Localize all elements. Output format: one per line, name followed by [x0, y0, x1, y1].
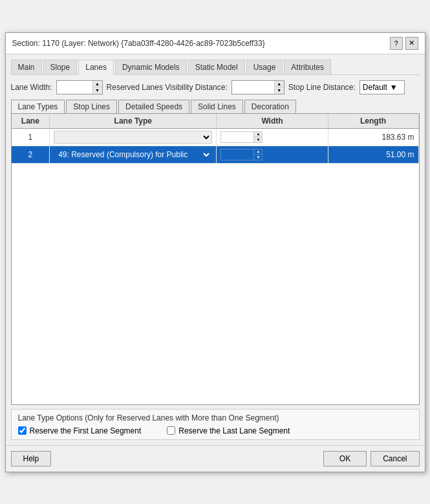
inner-tab-solid-lines[interactable]: Solid Lines: [191, 100, 243, 113]
checkbox-row: Reserve the First Lane Segment Reserve t…: [18, 426, 413, 435]
width-spinner-btns-2: ▲ ▼: [253, 149, 262, 160]
checkbox-first-segment: Reserve the First Lane Segment: [18, 426, 142, 435]
reserved-lanes-spinner-buttons: ▲ ▼: [274, 81, 284, 94]
lane-width-up[interactable]: ▲: [93, 81, 102, 87]
tab-lanes[interactable]: Lanes: [78, 60, 114, 75]
reserved-lanes-input[interactable]: 200,0 m: [232, 81, 274, 94]
lane-types-table: Lane Lane Type Width Length 1: [12, 114, 419, 164]
inner-tabs: Lane Types Stop Lines Detailed Speeds So…: [11, 100, 420, 114]
checkbox-last-segment-label: Reserve the Last Lane Segment: [178, 426, 290, 435]
bottom-options: Lane Type Options (Only for Reserved Lan…: [11, 409, 420, 440]
dialog-window: Section: 1170 (Layer: Network) {7aba03ff…: [5, 32, 425, 472]
inner-tab-detailed-speeds[interactable]: Detailed Speeds: [118, 100, 189, 113]
lane-width-label: Lane Width:: [11, 83, 52, 92]
tab-slope[interactable]: Slope: [43, 60, 78, 74]
width-spinner-btns-1: ▲ ▼: [253, 132, 262, 142]
stop-line-select[interactable]: Default ▼: [360, 80, 405, 94]
reserved-lanes-spinner[interactable]: 200,0 m ▲ ▼: [231, 80, 285, 94]
cell-length-2: 51.00 m: [328, 146, 418, 163]
title-bar: Section: 1170 (Layer: Network) {7aba03ff…: [6, 33, 425, 54]
width-up-2[interactable]: ▲: [253, 149, 262, 155]
table-row[interactable]: 1 Section Lane Width: [12, 128, 419, 146]
width-down-1[interactable]: ▼: [253, 137, 262, 142]
lane-width-down[interactable]: ▼: [93, 87, 102, 94]
lane-width-spinner-buttons: ▲ ▼: [92, 81, 102, 94]
lane-types-table-container: Lane Lane Type Width Length 1: [11, 114, 420, 405]
lane-type-dropdown-1[interactable]: [54, 131, 212, 144]
lane-type-select-wrapper-2: 49: Reserved (Compulsory) for Public: [54, 148, 212, 161]
cancel-button[interactable]: Cancel: [371, 451, 419, 466]
cell-lane-1: 1: [12, 128, 50, 146]
header-lane-type: Lane Type: [50, 114, 217, 129]
title-bar-text: Section: 1170 (Layer: Network) {7aba03ff…: [12, 39, 265, 48]
stop-line-arrow: ▼: [390, 83, 402, 92]
tab-usage[interactable]: Usage: [246, 60, 283, 74]
lane-type-dropdown-2[interactable]: 49: Reserved (Compulsory) for Public: [54, 148, 212, 161]
checkbox-first-segment-label: Reserve the First Lane Segment: [30, 426, 142, 435]
inner-tab-decoration[interactable]: Decoration: [244, 100, 296, 113]
cell-lane-type-1[interactable]: [50, 128, 217, 146]
width-cell-wrapper-1: Section Lane Width ▲ ▼: [220, 131, 323, 143]
main-tabs: Main Slope Lanes Dynamic Models Static M…: [11, 60, 420, 75]
width-spinner-1[interactable]: Section Lane Width ▲ ▼: [220, 131, 263, 143]
reserved-lanes-down[interactable]: ▼: [275, 87, 284, 94]
inner-tab-stop-lines[interactable]: Stop Lines: [66, 100, 117, 113]
width-spinner-2[interactable]: 4,00 m ▲ ▼: [220, 149, 263, 160]
stop-line-value: Default: [363, 83, 387, 92]
reserved-lanes-up[interactable]: ▲: [275, 81, 284, 87]
table-header-row: Lane Lane Type Width Length: [12, 114, 419, 129]
close-title-button[interactable]: ✕: [405, 37, 418, 50]
help-button[interactable]: Help: [11, 451, 52, 466]
ok-button[interactable]: OK: [323, 451, 367, 466]
lane-width-input[interactable]: 3,00 m: [57, 81, 92, 94]
width-up-1[interactable]: ▲: [253, 132, 262, 137]
header-width: Width: [217, 114, 328, 129]
reserved-lanes-label: Reserved Lanes Visibility Distance:: [107, 83, 228, 92]
dialog-footer: Help OK Cancel: [6, 445, 425, 472]
cell-length-1: 183.63 m: [328, 128, 418, 146]
header-lane: Lane: [12, 114, 50, 129]
cell-lane-2: 2: [12, 146, 50, 163]
lane-type-select-wrapper-1: [54, 131, 212, 144]
width-down-2[interactable]: ▼: [253, 155, 262, 160]
inner-tab-lane-types[interactable]: Lane Types: [11, 100, 65, 113]
tab-dynamic-models[interactable]: Dynamic Models: [115, 60, 187, 74]
bottom-options-title: Lane Type Options (Only for Reserved Lan…: [18, 413, 413, 422]
tab-static-model[interactable]: Static Model: [188, 60, 245, 74]
tab-attributes[interactable]: Attributes: [284, 60, 331, 74]
width-cell-wrapper-2: 4,00 m ▲ ▼: [220, 149, 323, 160]
checkbox-last-segment: Reserve the Last Lane Segment: [167, 426, 290, 435]
width-input-2[interactable]: 4,00 m: [221, 149, 253, 160]
table-row[interactable]: 2 49: Reserved (Compulsory) for Public: [12, 146, 419, 163]
width-input-1[interactable]: Section Lane Width: [221, 132, 253, 142]
checkbox-first-segment-input[interactable]: [18, 426, 27, 435]
help-title-button[interactable]: ?: [390, 37, 403, 50]
stop-line-label: Stop Line Distance:: [288, 83, 356, 92]
checkbox-last-segment-input[interactable]: [167, 426, 175, 435]
dialog-body: Main Slope Lanes Dynamic Models Static M…: [6, 54, 425, 445]
cell-lane-type-2[interactable]: 49: Reserved (Compulsory) for Public: [50, 146, 217, 163]
tab-main[interactable]: Main: [11, 60, 42, 74]
title-bar-controls: ? ✕: [390, 37, 418, 50]
footer-right-buttons: OK Cancel: [323, 451, 420, 466]
controls-row: Lane Width: 3,00 m ▲ ▼ Reserved Lanes Vi…: [11, 80, 420, 94]
header-length: Length: [328, 114, 418, 129]
cell-width-2[interactable]: 4,00 m ▲ ▼: [217, 146, 328, 163]
lane-width-spinner[interactable]: 3,00 m ▲ ▼: [56, 80, 103, 94]
cell-width-1[interactable]: Section Lane Width ▲ ▼: [217, 128, 328, 146]
